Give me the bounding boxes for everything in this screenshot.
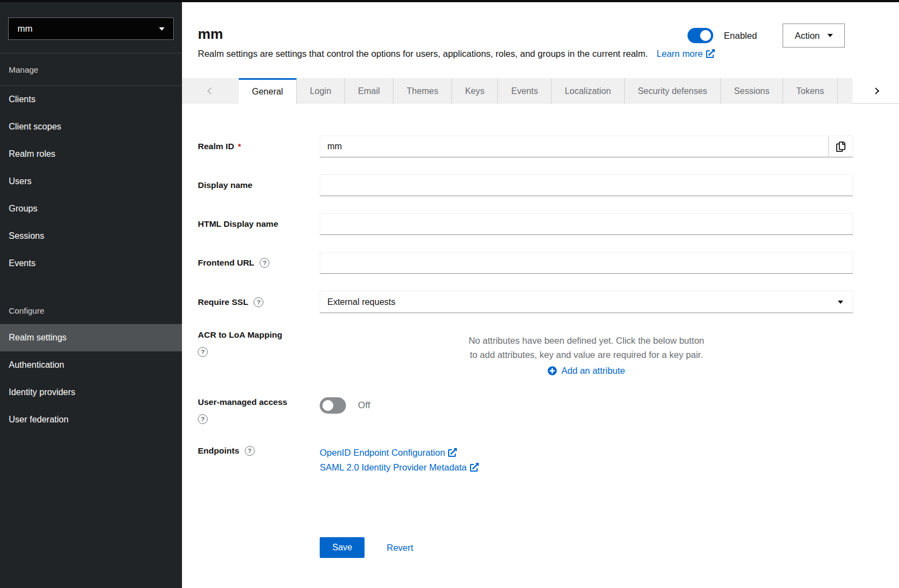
main-content: mm Realm settings are settings that cont…	[182, 0, 899, 558]
tab-events[interactable]: Events	[498, 78, 551, 104]
user-managed-access-label: User-managed access	[198, 397, 320, 407]
enabled-label: Enabled	[724, 31, 757, 41]
acr-empty-state: No attributes have been defined yet. Cli…	[320, 330, 853, 376]
masthead-strip	[0, 0, 899, 2]
acr-to-loa-label-block: ACR to LoA Mapping ?	[198, 330, 320, 357]
save-button[interactable]: Save	[320, 537, 365, 558]
plus-circle-icon	[548, 366, 557, 375]
help-icon[interactable]: ?	[260, 258, 269, 268]
realm-settings-tabs: General Login Email Themes Keys Events L…	[182, 78, 899, 104]
frontend-url-row: Frontend URL ?	[198, 252, 853, 274]
toggle-knob	[700, 30, 711, 41]
realm-selector-section: mm	[0, 2, 182, 54]
nav-group-manage: Clients Client scopes Realm roles Users …	[0, 86, 182, 277]
require-ssl-row: Require SSL ? External requests	[198, 291, 853, 313]
add-attribute-link[interactable]: Add an attribute	[548, 366, 625, 376]
tabs-scroll-left-button[interactable]	[182, 78, 239, 104]
endpoints-label-block: Endpoints ?	[198, 446, 320, 456]
learn-more-label: Learn more	[657, 49, 703, 58]
copy-button[interactable]	[829, 136, 853, 157]
help-icon[interactable]: ?	[245, 446, 255, 456]
html-display-name-label: HTML Display name	[198, 219, 320, 229]
sidebar-item-realm-settings[interactable]: Realm settings	[0, 324, 182, 351]
sidebar-item-users[interactable]: Users	[0, 168, 182, 195]
realm-id-input[interactable]	[320, 136, 829, 157]
sidebar-item-realm-roles[interactable]: Realm roles	[0, 140, 182, 168]
action-dropdown-button[interactable]: Action	[783, 23, 845, 48]
realm-id-label: Realm ID *	[198, 142, 320, 151]
help-icon[interactable]: ?	[198, 347, 208, 357]
realm-selector-dropdown[interactable]: mm	[8, 17, 174, 40]
tab-sessions[interactable]: Sessions	[721, 78, 783, 104]
endpoints-label: Endpoints	[198, 446, 239, 456]
tabs-scroll-right-button[interactable]	[853, 78, 899, 104]
required-asterisk: *	[238, 142, 241, 151]
tabs-viewport: General Login Email Themes Keys Events L…	[239, 78, 853, 104]
realm-id-input-group	[320, 136, 853, 157]
external-link-icon	[448, 448, 457, 457]
chevron-down-icon	[159, 27, 164, 31]
frontend-url-label: Frontend URL ?	[198, 258, 320, 268]
sidebar: mm Manage Clients Client scopes Realm ro…	[0, 2, 182, 588]
nav-group-manage-label: Manage	[0, 54, 182, 86]
sidebar-item-groups[interactable]: Groups	[0, 195, 182, 222]
toggle-knob	[322, 400, 333, 411]
sidebar-item-authentication[interactable]: Authentication	[0, 351, 182, 379]
display-name-label: Display name	[198, 180, 320, 190]
keycloak-admin-console: mm Manage Clients Client scopes Realm ro…	[0, 0, 899, 588]
form-actions: Save Revert	[320, 537, 853, 558]
add-attribute-label: Add an attribute	[561, 366, 625, 376]
tab-themes[interactable]: Themes	[393, 78, 452, 104]
user-managed-access-toggle[interactable]	[320, 397, 346, 414]
angle-right-icon	[872, 87, 879, 95]
html-display-name-row: HTML Display name	[198, 213, 853, 235]
external-link-icon	[470, 463, 479, 472]
angle-left-icon	[207, 87, 214, 95]
require-ssl-label: Require SSL ?	[198, 297, 320, 307]
html-display-name-input[interactable]	[320, 213, 853, 235]
learn-more-link[interactable]: Learn more	[657, 49, 715, 58]
realm-id-row: Realm ID *	[198, 136, 853, 157]
external-link-icon	[706, 49, 715, 58]
header-controls: Enabled Action	[688, 23, 845, 48]
sidebar-item-sessions[interactable]: Sessions	[0, 222, 182, 250]
sidebar-item-clients[interactable]: Clients	[0, 86, 182, 113]
saml-identity-provider-metadata-link[interactable]: SAML 2.0 Identity Provider Metadata	[320, 462, 853, 473]
sidebar-item-identity-providers[interactable]: Identity providers	[0, 379, 182, 406]
chevron-down-icon	[827, 34, 833, 37]
endpoint-links: OpenID Endpoint Configuration SAML 2.0 I…	[320, 446, 853, 473]
page-description-line: Realm settings are settings that control…	[198, 48, 853, 60]
realm-enabled-toggle[interactable]	[688, 28, 713, 43]
openid-endpoint-configuration-link[interactable]: OpenID Endpoint Configuration	[320, 447, 853, 458]
action-button-label: Action	[795, 31, 820, 41]
form-actions-row: Save Revert	[198, 537, 853, 558]
display-name-row: Display name	[198, 174, 853, 196]
tab-keys[interactable]: Keys	[452, 78, 498, 104]
general-settings-form: Realm ID * Display name HTML Display nam…	[182, 104, 899, 558]
tab-email[interactable]: Email	[345, 78, 393, 104]
page-description: Realm settings are settings that control…	[198, 49, 648, 58]
display-name-input[interactable]	[320, 174, 853, 196]
frontend-url-input[interactable]	[320, 252, 853, 274]
tab-security-defenses[interactable]: Security defenses	[625, 78, 721, 104]
page-header: mm Realm settings are settings that cont…	[182, 2, 899, 60]
sidebar-item-client-scopes[interactable]: Client scopes	[0, 113, 182, 140]
acr-to-loa-label: ACR to LoA Mapping	[198, 330, 320, 340]
realm-selector-value: mm	[17, 23, 33, 34]
revert-link[interactable]: Revert	[386, 543, 413, 553]
tab-tokens[interactable]: Tokens	[783, 78, 838, 104]
tab-localization[interactable]: Localization	[551, 78, 625, 104]
acr-empty-text: No attributes have been defined yet. Cli…	[465, 334, 708, 362]
require-ssl-value: External requests	[327, 297, 396, 307]
sidebar-item-events[interactable]: Events	[0, 250, 182, 277]
require-ssl-select[interactable]: External requests	[320, 291, 853, 313]
user-managed-access-state: Off	[358, 400, 370, 411]
user-managed-access-field: Off	[320, 397, 853, 414]
nav-group-configure-label: Configure	[0, 297, 182, 324]
tab-login[interactable]: Login	[297, 78, 345, 104]
endpoints-row: Endpoints ? OpenID Endpoint Configuratio…	[198, 446, 853, 473]
sidebar-item-user-federation[interactable]: User federation	[0, 406, 182, 433]
tab-general[interactable]: General	[239, 78, 297, 104]
help-icon[interactable]: ?	[198, 414, 208, 424]
help-icon[interactable]: ?	[254, 297, 263, 307]
